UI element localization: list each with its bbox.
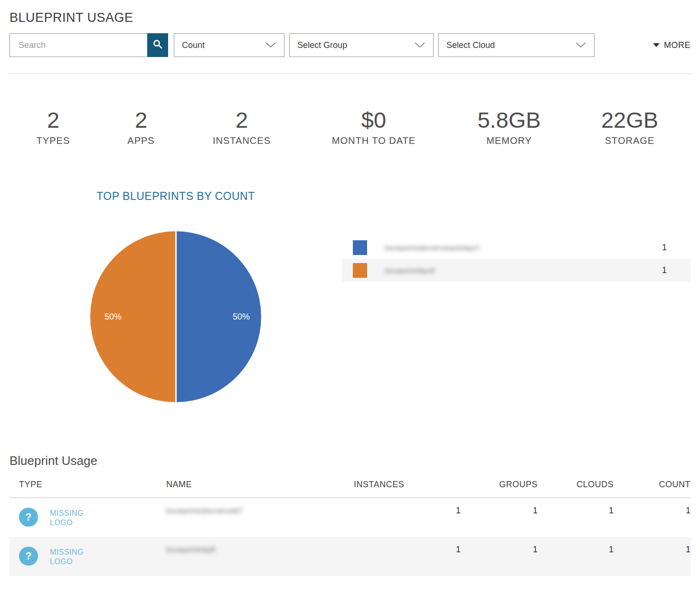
column-header-count[interactable]: COUNT <box>614 480 691 490</box>
chevron-down-icon <box>414 40 426 50</box>
top-blueprints-chart-section: TOP BLUEPRINTS BY COUNT 50% 50% bxuepxin… <box>9 190 691 402</box>
stat-label: APPS <box>97 135 185 146</box>
legend-name-blurred: bxuepxintxdocxerxstackxbpx7 <box>385 244 480 252</box>
stat-month-to-date: $0 MONTH TO DATE <box>298 109 449 146</box>
search-input[interactable] <box>9 33 147 57</box>
search-group <box>9 33 168 57</box>
stat-memory: 5.8GB MEMORY <box>449 109 569 146</box>
legend-name-blurred: bxuepxintxbpx8 <box>385 266 435 274</box>
missing-logo-question-icon: ? <box>19 508 38 527</box>
column-header-groups[interactable]: GROUPS <box>461 480 538 490</box>
missing-logo-label: MISSING LOGO <box>50 548 93 567</box>
stat-label: STORAGE <box>569 135 691 146</box>
table-row[interactable]: ? MISSING LOGO bxuepxintxdocxerxstk7 1 1… <box>9 498 691 537</box>
stat-value: 2 <box>9 109 97 131</box>
count-cell: 1 <box>614 506 691 537</box>
groups-cell: 1 <box>461 506 538 537</box>
pie-slice-label-blue: 50% <box>233 312 250 322</box>
stat-value: $0 <box>298 109 449 131</box>
legend-value: 1 <box>662 265 667 275</box>
more-label: MORE <box>664 40 691 50</box>
count-cell: 1 <box>614 545 691 576</box>
more-button[interactable]: MORE <box>653 40 691 50</box>
legend-item[interactable]: bxuepxintxbpx8 1 <box>342 259 691 282</box>
legend-swatch-orange <box>353 263 367 278</box>
filter-bar: Count Select Group Select Cloud MORE <box>9 33 691 57</box>
legend-swatch-blue <box>353 240 367 255</box>
column-header-type[interactable]: TYPE <box>9 480 166 490</box>
instances-cell: 1 <box>351 506 461 537</box>
name-cell: bxuepxintxbp8 <box>166 545 351 576</box>
group-select-value: Select Group <box>297 40 347 50</box>
column-header-instances[interactable]: INSTANCES <box>351 480 461 490</box>
blueprint-name-blurred: bxuepxintxbp8 <box>166 546 215 554</box>
table-header-row: TYPE NAME INSTANCES GROUPS CLOUDS COUNT <box>9 480 691 498</box>
stats-strip: 2 TYPES 2 APPS 2 INSTANCES $0 MONTH TO D… <box>9 109 691 146</box>
stat-value: 2 <box>185 109 298 131</box>
group-select[interactable]: Select Group <box>289 33 434 57</box>
clouds-cell: 1 <box>538 545 614 576</box>
legend-value: 1 <box>662 243 667 253</box>
blueprint-name-blurred: bxuepxintxdocxerxstk7 <box>166 507 243 515</box>
column-header-clouds[interactable]: CLOUDS <box>538 480 614 490</box>
stat-storage: 22GB STORAGE <box>569 109 691 146</box>
pie-chart-wrap: 50% 50% <box>90 231 261 402</box>
stat-value: 2 <box>97 109 185 131</box>
type-cell: ? MISSING LOGO <box>9 547 166 576</box>
blueprint-usage-page: BLUEPRINT USAGE Count Select Group <box>0 0 700 605</box>
legend-item[interactable]: bxuepxintxdocxerxstackxbpx7 1 <box>342 236 691 259</box>
pie-chart-area: TOP BLUEPRINTS BY COUNT 50% 50% <box>9 190 342 402</box>
type-cell: ? MISSING LOGO <box>9 508 166 537</box>
instances-cell: 1 <box>351 545 461 576</box>
chart-legend: bxuepxintxdocxerxstackxbpx7 1 bxuepxintx… <box>342 236 691 402</box>
stat-instances: 2 INSTANCES <box>185 109 298 146</box>
stat-label: MONTH TO DATE <box>298 135 449 146</box>
sort-by-value: Count <box>182 40 205 50</box>
stat-types: 2 TYPES <box>9 109 97 146</box>
table-title: Blueprint Usage <box>9 454 691 468</box>
magnifier-icon <box>152 39 163 51</box>
stat-label: INSTANCES <box>185 135 298 146</box>
table-row[interactable]: ? MISSING LOGO bxuepxintxbp8 1 1 1 1 <box>9 537 691 576</box>
column-header-name[interactable]: NAME <box>166 480 351 490</box>
stat-label: MEMORY <box>449 135 569 146</box>
stat-label: TYPES <box>9 135 97 146</box>
chart-title: TOP BLUEPRINTS BY COUNT <box>9 190 342 203</box>
page-title: BLUEPRINT USAGE <box>9 10 691 25</box>
missing-logo-question-icon: ? <box>19 547 38 566</box>
stat-value: 22GB <box>569 109 691 131</box>
pie-slice-label-orange: 50% <box>104 312 122 322</box>
blueprint-usage-table-section: Blueprint Usage TYPE NAME INSTANCES GROU… <box>9 454 691 576</box>
triangle-down-icon <box>653 43 660 47</box>
stat-value: 5.8GB <box>449 109 569 131</box>
sort-by-select[interactable]: Count <box>174 33 284 57</box>
groups-cell: 1 <box>461 545 538 576</box>
cloud-select[interactable]: Select Cloud <box>438 33 595 57</box>
name-cell: bxuepxintxdocxerxstk7 <box>166 506 351 537</box>
stat-apps: 2 APPS <box>97 109 185 146</box>
clouds-cell: 1 <box>538 506 614 537</box>
missing-logo-label: MISSING LOGO <box>50 509 93 528</box>
pie-slice-divider <box>175 231 177 402</box>
blueprint-usage-table: TYPE NAME INSTANCES GROUPS CLOUDS COUNT … <box>9 480 691 576</box>
cloud-select-value: Select Cloud <box>446 40 495 50</box>
search-button[interactable] <box>147 33 168 57</box>
chevron-down-icon <box>575 40 586 50</box>
section-divider <box>8 73 692 74</box>
chevron-down-icon <box>265 40 276 50</box>
